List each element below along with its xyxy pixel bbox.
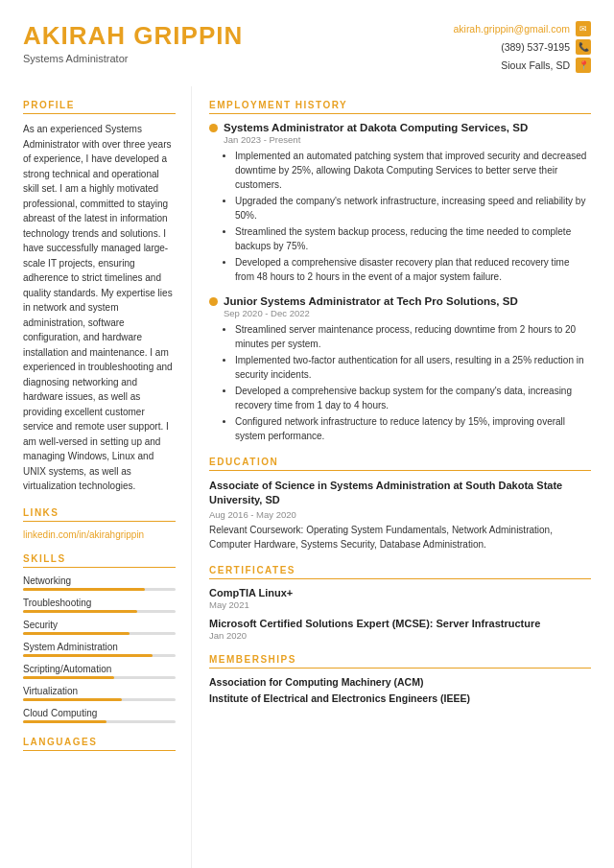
skill-name: Troubleshooting (23, 598, 176, 608)
job-date: Jan 2023 - Present (224, 134, 591, 145)
job-title-row: Junior Systems Administrator at Tech Pro… (209, 295, 591, 307)
location-text: Sioux Falls, SD (501, 59, 570, 71)
edu-title: Associate of Science in Systems Administ… (209, 479, 591, 508)
cert-date: Jan 2020 (209, 630, 591, 641)
header: AKIRAH GRIPPIN Systems Administrator aki… (0, 0, 614, 86)
employment-section-title: EMPLOYMENT HISTORY (209, 100, 591, 114)
cert-block: CompTIA Linux+ May 2021 (209, 587, 591, 610)
skills-list: Networking Troubleshooting Security Syst… (23, 575, 176, 723)
skills-section-title: SKILLS (23, 553, 176, 568)
skill-bar-bg (23, 720, 176, 723)
location-row: Sioux Falls, SD 📍 (453, 58, 591, 73)
job-block: Systems Administrator at Dakota Computin… (209, 122, 591, 284)
member-item: Association for Computing Machinery (ACM… (209, 676, 591, 688)
skill-bar-bg (23, 632, 176, 635)
skill-bar-fill (23, 588, 145, 591)
job-title: Junior Systems Administrator at Tech Pro… (224, 295, 518, 307)
bullet-item: Implemented two-factor authentication fo… (235, 353, 591, 382)
left-column: PROFILE As an experienced Systems Admini… (0, 86, 192, 868)
memberships-section-title: MEMBERSHIPS (209, 654, 591, 669)
skill-bar-bg (23, 676, 176, 679)
candidate-name: AKIRAH GRIPPIN (23, 21, 243, 51)
phone-text: (389) 537-9195 (501, 41, 570, 53)
phone-icon: 📞 (576, 39, 591, 55)
skill-name: System Administration (23, 642, 176, 652)
skill-item: System Administration (23, 642, 176, 657)
employment-list: Systems Administrator at Dakota Computin… (209, 122, 591, 443)
job-date: Sep 2020 - Dec 2022 (224, 308, 591, 318)
job-dot (209, 124, 218, 132)
edu-date: Aug 2016 - May 2020 (209, 509, 591, 520)
job-block: Junior Systems Administrator at Tech Pro… (209, 295, 591, 443)
body: PROFILE As an experienced Systems Admini… (0, 86, 614, 868)
member-item: Institute of Electrical and Electronics … (209, 692, 591, 704)
job-bullets: Streamlined server maintenance process, … (224, 322, 591, 443)
header-right: akirah.grippin@gmail.com ✉ (389) 537-919… (453, 21, 591, 73)
linkedin-link[interactable]: linkedin.com/in/akirahgrippin (23, 529, 176, 540)
bullet-item: Implemented an automated patching system… (235, 149, 591, 192)
job-title-row: Systems Administrator at Dakota Computin… (209, 122, 591, 133)
skill-bar-fill (23, 698, 122, 701)
header-left: AKIRAH GRIPPIN Systems Administrator (23, 21, 243, 64)
bullet-item: Developed a comprehensive backup system … (235, 384, 591, 412)
skill-name: Scripting/Automation (23, 664, 176, 674)
cert-block: Microsoft Certified Solutions Expert (MC… (209, 618, 591, 641)
skill-item: Networking (23, 575, 176, 591)
cert-name: CompTIA Linux+ (209, 587, 591, 598)
languages-section-title: LANGUAGES (23, 737, 176, 751)
bullet-item: Streamlined the system backup process, r… (235, 224, 591, 253)
skill-bar-fill (23, 720, 106, 723)
profile-text: As an experienced Systems Administrator … (23, 122, 176, 494)
job-bullets: Implemented an automated patching system… (224, 149, 591, 284)
email-row: akirah.grippin@gmail.com ✉ (453, 21, 591, 36)
resume-page: AKIRAH GRIPPIN Systems Administrator aki… (0, 0, 614, 868)
skill-name: Cloud Computing (23, 708, 176, 718)
skill-bar-fill (23, 632, 130, 635)
phone-row: (389) 537-9195 📞 (453, 39, 591, 55)
job-dot (209, 297, 218, 306)
skill-bar-fill (23, 654, 153, 657)
cert-date: May 2021 (209, 599, 591, 610)
skill-name: Virtualization (23, 686, 176, 696)
links-section-title: LINKS (23, 507, 176, 522)
skill-item: Virtualization (23, 686, 176, 701)
education-section-title: EDUCATION (209, 457, 591, 471)
job-title: Systems Administrator at Dakota Computin… (224, 122, 528, 133)
certificates-section-title: CERTIFICATES (209, 565, 591, 579)
bullet-item: Configured network infrastructure to red… (235, 414, 591, 443)
location-icon: 📍 (576, 58, 591, 73)
skill-bar-fill (23, 676, 114, 679)
skill-bar-bg (23, 588, 176, 591)
skill-item: Troubleshooting (23, 598, 176, 613)
profile-section-title: PROFILE (23, 100, 176, 114)
bullet-item: Upgraded the company's network infrastru… (235, 194, 591, 223)
skill-bar-bg (23, 654, 176, 657)
right-column: EMPLOYMENT HISTORY Systems Administrator… (192, 86, 614, 868)
edu-block: Associate of Science in Systems Administ… (209, 479, 591, 551)
skill-item: Cloud Computing (23, 708, 176, 723)
skill-name: Networking (23, 575, 176, 586)
bullet-item: Streamlined server maintenance process, … (235, 322, 591, 351)
edu-description: Relevant Coursework: Operating System Fu… (209, 523, 591, 551)
bullet-item: Developed a comprehensive disaster recov… (235, 255, 591, 284)
skill-item: Security (23, 620, 176, 635)
links-list: linkedin.com/in/akirahgrippin (23, 529, 176, 540)
cert-name: Microsoft Certified Solutions Expert (MC… (209, 618, 591, 629)
certificates-list: CompTIA Linux+ May 2021 Microsoft Certif… (209, 587, 591, 641)
email-link[interactable]: akirah.grippin@gmail.com (453, 23, 570, 35)
skill-item: Scripting/Automation (23, 664, 176, 679)
email-text: akirah.grippin@gmail.com (453, 23, 570, 35)
skill-bar-bg (23, 610, 176, 613)
skill-bar-fill (23, 610, 137, 613)
email-icon: ✉ (576, 21, 591, 36)
skill-bar-bg (23, 698, 176, 701)
candidate-title: Systems Administrator (23, 53, 243, 64)
skill-name: Security (23, 620, 176, 630)
education-list: Associate of Science in Systems Administ… (209, 479, 591, 551)
memberships-list: Association for Computing Machinery (ACM… (209, 676, 591, 704)
